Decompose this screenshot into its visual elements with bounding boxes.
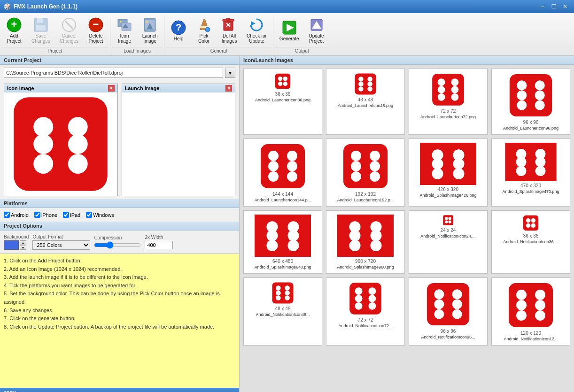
- android-checkbox[interactable]: [4, 212, 10, 218]
- svg-point-104: [349, 240, 361, 251]
- color-up-arrow[interactable]: ▲: [20, 240, 26, 245]
- svg-point-140: [516, 300, 527, 310]
- android-platform[interactable]: Android: [4, 212, 29, 218]
- svg-point-142: [516, 310, 527, 321]
- project-path-input[interactable]: [4, 68, 223, 78]
- svg-point-63: [535, 100, 545, 110]
- image-cell[interactable]: 192 x 192 Android_LauncherIcon192.p...: [326, 138, 405, 207]
- image-cell-svg: [503, 143, 559, 181]
- twox-width-input[interactable]: [145, 241, 173, 249]
- svg-point-91: [535, 166, 546, 176]
- windows-checkbox[interactable]: [86, 212, 92, 218]
- svg-rect-85: [505, 143, 556, 181]
- image-cell-svg: [522, 215, 539, 231]
- windows-platform[interactable]: Windows: [86, 212, 114, 218]
- image-cell-name: Android_NotificationIcon24....: [420, 234, 476, 238]
- svg-point-52: [451, 78, 458, 86]
- help-button[interactable]: ? Help: [166, 15, 191, 46]
- twox-width-group: 2x Width: [145, 235, 173, 249]
- image-cell-svg: [442, 215, 454, 226]
- launch-image-panel: Launch Image ✕: [122, 84, 236, 196]
- svg-point-118: [285, 285, 290, 291]
- svg-point-33: [68, 117, 88, 137]
- check-for-update-button[interactable]: Check forUpdate: [242, 15, 271, 46]
- iphone-platform[interactable]: iPhone: [34, 212, 57, 218]
- image-cell[interactable]: 72 x 72 Android_NotificationIcon72...: [326, 277, 405, 346]
- project-path-row: ▼: [4, 68, 235, 78]
- project-options-section: Background ▲ ▼ Output Format 256 Colors …: [0, 231, 239, 254]
- svg-point-97: [267, 240, 278, 251]
- update-project-button[interactable]: UpdateProject: [304, 15, 329, 46]
- pick-color-button[interactable]: PickColor: [192, 15, 216, 46]
- add-project-button[interactable]: + AddProject: [2, 15, 26, 46]
- svg-point-83: [432, 168, 443, 179]
- output-format-select[interactable]: 256 Colors True Color True Color + Alpha: [32, 240, 90, 250]
- image-cell-size: 192 x 192: [355, 192, 376, 197]
- close-button[interactable]: ✕: [560, 1, 570, 12]
- svg-text:−: −: [93, 18, 99, 30]
- delete-project-button[interactable]: − DeleteProject: [84, 15, 108, 46]
- svg-point-81: [432, 158, 443, 169]
- left-panel: Current Project ▼ Icon Image ✕: [0, 56, 240, 392]
- cancel-changes-button[interactable]: CancelChanges: [55, 15, 83, 46]
- browse-button[interactable]: ▼: [225, 68, 235, 78]
- image-cell-name: Android_NotificationIcon48...: [256, 312, 310, 317]
- icon-image-close[interactable]: ✕: [108, 85, 115, 92]
- ipad-platform[interactable]: iPad: [63, 212, 80, 218]
- svg-point-59: [535, 80, 545, 90]
- image-cell[interactable]: 48 x 48 Android_NotificationIcon48...: [243, 277, 322, 346]
- svg-point-56: [451, 93, 458, 101]
- image-cell[interactable]: 426 x 320 Android_SplashImage426.png: [409, 138, 488, 207]
- svg-rect-25: [226, 18, 230, 20]
- image-cell-name: Android_LauncherIcon72.png: [420, 115, 476, 119]
- svg-point-108: [448, 217, 451, 220]
- image-cell[interactable]: 640 x 480 Android_SplashImage640.png: [243, 210, 322, 274]
- image-cell-size: 24 x 24: [441, 228, 456, 233]
- svg-point-110: [448, 220, 451, 223]
- svg-point-112: [526, 218, 530, 223]
- image-cell[interactable]: 96 x 96 Android_LauncherIcon96.png: [491, 69, 570, 135]
- image-cell[interactable]: 470 x 320 Android_SplashImage470.png: [491, 138, 570, 207]
- image-cell-svg: [354, 73, 377, 95]
- minimize-button[interactable]: ─: [537, 1, 548, 12]
- restore-button[interactable]: ❐: [549, 1, 559, 12]
- image-cell[interactable]: 48 x 48 Android_LauncherIcon48.png: [326, 69, 405, 135]
- launch-image-close[interactable]: ✕: [225, 85, 232, 92]
- color-down-arrow[interactable]: ▼: [20, 245, 26, 250]
- iphone-checkbox[interactable]: [34, 212, 40, 218]
- launch-image-button[interactable]: LaunchImage: [138, 15, 162, 46]
- image-cell[interactable]: 72 x 72 Android_LauncherIcon72.png: [409, 69, 488, 135]
- image-cell[interactable]: 36 x 36 Android_NotificationIcon36....: [491, 210, 570, 274]
- image-cell-svg: [271, 282, 294, 304]
- background-label: Background: [4, 234, 29, 239]
- svg-point-129: [368, 302, 376, 310]
- image-cell[interactable]: 96 x 96 Android_NotificationIcon96...: [409, 277, 488, 346]
- image-cell[interactable]: 144 x 144 Android_LauncherIcon144.p...: [243, 138, 322, 207]
- ipad-label: iPad: [70, 212, 80, 218]
- svg-point-55: [438, 93, 445, 101]
- svg-point-114: [526, 223, 530, 228]
- svg-rect-64: [261, 144, 305, 188]
- color-swatch[interactable]: [4, 240, 19, 250]
- ipad-checkbox[interactable]: [63, 212, 69, 218]
- svg-rect-43: [355, 73, 376, 94]
- svg-rect-38: [275, 74, 290, 89]
- images-grid-container[interactable]: 36 x 36 Android_LauncherIcon36.png 48 x …: [240, 65, 574, 392]
- compression-slider[interactable]: [94, 241, 141, 249]
- image-cell[interactable]: 36 x 36 Android_LauncherIcon36.png: [243, 69, 322, 135]
- update-project-icon: [309, 17, 324, 32]
- image-cell[interactable]: 24 x 24 Android_NotificationIcon24....: [409, 210, 488, 274]
- image-cell[interactable]: 120 x 120 Android_NotificationIcon12...: [491, 277, 570, 346]
- image-cell-size: 96 x 96: [441, 329, 456, 334]
- image-cell-svg: [255, 215, 311, 257]
- image-cell[interactable]: 960 x 720 Android_SplashImage960.png: [326, 210, 405, 274]
- svg-rect-130: [427, 283, 469, 325]
- svg-point-69: [268, 171, 279, 182]
- svg-point-45: [367, 77, 372, 82]
- save-changes-button[interactable]: SaveChanges: [27, 15, 54, 46]
- svg-text:+: +: [11, 18, 17, 30]
- svg-rect-31: [14, 97, 108, 191]
- generate-button[interactable]: Generate: [275, 15, 303, 46]
- del-all-images-button[interactable]: Del AllImages: [217, 15, 241, 46]
- icon-image-button[interactable]: IconImage: [112, 15, 137, 46]
